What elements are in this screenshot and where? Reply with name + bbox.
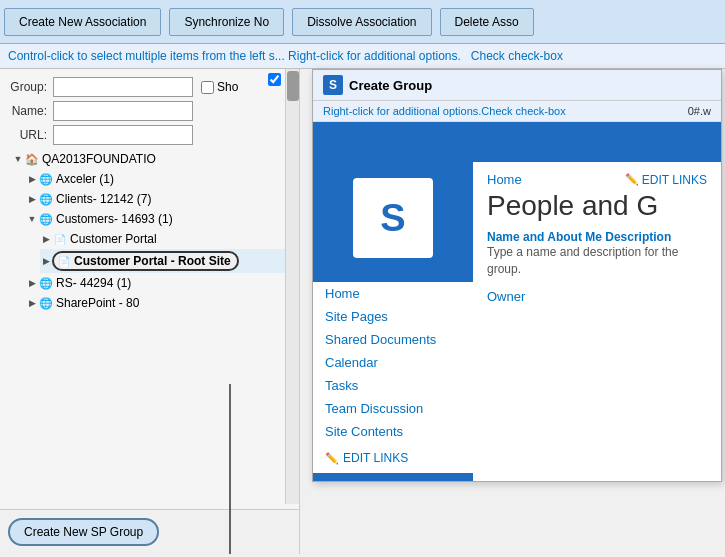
select-all-checkbox[interactable] <box>268 73 281 86</box>
page-top-row: Home ✏️ EDIT LINKS <box>487 172 707 187</box>
page-heading: People and G <box>487 191 707 222</box>
customers-icon: 🌐 <box>38 211 54 227</box>
cp-toggle[interactable]: ▶ <box>40 233 52 245</box>
dialog-content: S Home Site Pages Shared Documents Calen… <box>313 162 721 481</box>
customers-label: Customers- 14693 (1) <box>56 212 173 226</box>
url-field-row: URL: <box>8 125 291 145</box>
edit-links-button[interactable]: ✏️ EDIT LINKS <box>625 173 707 187</box>
create-group-dialog: S Create Group Right-click for additiona… <box>312 69 722 482</box>
rs-row: ▶ 🌐 RS- 44294 (1) <box>12 273 287 293</box>
dialog-title-icon: S <box>323 75 343 95</box>
clients-toggle[interactable]: ▶ <box>26 193 38 205</box>
tree-container: ▼ 🏠 QA2013FOUNDATIO ▶ 🌐 Axceler (1) ▶ <box>8 147 291 315</box>
customer-portal-root-item[interactable]: ▶ 📄 Customer Portal - Root Site <box>40 249 287 273</box>
customers-toggle[interactable]: ▼ <box>26 213 38 225</box>
dialog-info-right: Check check-box <box>481 105 565 117</box>
root-label: QA2013FOUNDATIO <box>42 152 156 166</box>
rs-item[interactable]: ▶ 🌐 RS- 44294 (1) <box>26 273 287 293</box>
name-label: Name: <box>8 104 53 118</box>
root-toggle[interactable]: ▼ <box>12 153 24 165</box>
edit-links-label: EDIT LINKS <box>343 451 408 465</box>
tree-root[interactable]: ▼ 🏠 QA2013FOUNDATIO <box>12 149 287 169</box>
synchronize-button[interactable]: Synchronize No <box>169 8 284 36</box>
dialog-info-left: Right-click for additional options. <box>323 105 481 117</box>
customers-row: ▼ 🌐 Customers- 14693 (1) ▶ 📄 Customer Po… <box>12 209 287 273</box>
owner-label: Owner <box>487 281 707 304</box>
customers-item[interactable]: ▼ 🌐 Customers- 14693 (1) <box>26 209 287 229</box>
axceler-label: Axceler (1) <box>56 172 114 186</box>
selected-item-oval: 📄 Customer Portal - Root Site <box>52 251 239 271</box>
left-panel-content: Group: Sho Name: URL: ▼ 🏠 <box>0 69 299 509</box>
show-label: Sho <box>217 80 238 94</box>
axceler-toggle[interactable]: ▶ <box>26 173 38 185</box>
cpr-icon: 📄 <box>56 253 72 269</box>
dialog-info-bar: Right-click for additional options. Chec… <box>313 101 721 122</box>
dialog-url-suffix: 0#.w <box>688 105 711 117</box>
nav-home[interactable]: Home <box>313 282 473 305</box>
url-label: URL: <box>8 128 53 142</box>
info-bar-right: Check check-box <box>471 49 563 63</box>
sp-label: SharePoint - 80 <box>56 296 139 310</box>
nav-shared-docs[interactable]: Shared Documents <box>313 328 473 351</box>
url-input[interactable] <box>53 125 193 145</box>
dialog-title: Create Group <box>349 78 432 93</box>
col1: Name and About Me Description Type a nam… <box>487 230 707 278</box>
toolbar: Create New Association Synchronize No Di… <box>0 0 725 44</box>
nav-calendar[interactable]: Calendar <box>313 351 473 374</box>
group-input[interactable] <box>53 77 193 97</box>
customer-portal-item[interactable]: ▶ 📄 Customer Portal <box>40 229 287 249</box>
info-bar-text: Control-click to select multiple items f… <box>8 49 461 63</box>
pencil-icon: ✏️ <box>325 452 339 465</box>
dialog-titlebar: S Create Group <box>313 70 721 101</box>
sharepoint-item[interactable]: ▶ 🌐 SharePoint - 80 <box>26 293 287 313</box>
sharepoint-row: ▶ 🌐 SharePoint - 80 <box>12 293 287 313</box>
clients-label: Clients- 12142 (7) <box>56 192 151 206</box>
column-headers: Name and About Me Description Type a nam… <box>487 230 707 278</box>
show-checkbox[interactable] <box>201 81 214 94</box>
cp-icon: 📄 <box>52 231 68 247</box>
pencil-icon2: ✏️ <box>625 173 639 186</box>
customer-portal-row: ▶ 📄 Customer Portal <box>26 229 287 249</box>
scrollbar[interactable] <box>285 69 299 504</box>
info-bar: Control-click to select multiple items f… <box>0 44 725 69</box>
nav-team-discussion[interactable]: Team Discussion <box>313 397 473 420</box>
group-label: Group: <box>8 80 53 94</box>
main-area: Group: Sho Name: URL: ▼ 🏠 <box>0 69 725 554</box>
delete-association-button[interactable]: Delete Asso <box>440 8 534 36</box>
create-new-association-button[interactable]: Create New Association <box>4 8 161 36</box>
sp-tree-icon: 🌐 <box>38 295 54 311</box>
axceler-item[interactable]: ▶ 🌐 Axceler (1) <box>26 169 287 189</box>
dissolve-association-button[interactable]: Dissolve Association <box>292 8 431 36</box>
left-panel-bottom: Create New SP Group <box>0 509 299 554</box>
name-input[interactable] <box>53 101 193 121</box>
sp-logo-container: S <box>313 162 473 274</box>
edit-links-text: EDIT LINKS <box>642 173 707 187</box>
clients-row: ▶ 🌐 Clients- 12142 (7) <box>12 189 287 209</box>
sp-logo-letter: S <box>380 197 405 240</box>
clients-item[interactable]: ▶ 🌐 Clients- 12142 (7) <box>26 189 287 209</box>
left-panel: Group: Sho Name: URL: ▼ 🏠 <box>0 69 300 554</box>
create-sp-group-button[interactable]: Create New SP Group <box>8 518 159 546</box>
select-checkbox-area <box>268 73 281 89</box>
sp-toggle[interactable]: ▶ <box>26 297 38 309</box>
rs-toggle[interactable]: ▶ <box>26 277 38 289</box>
group-field-row: Group: Sho <box>8 77 291 97</box>
col1-desc: Type a name and description for the grou… <box>487 244 707 278</box>
sp-logo: S <box>353 178 433 258</box>
dialog-right: Home ✏️ EDIT LINKS People and G Name and… <box>473 162 721 481</box>
nav-tasks[interactable]: Tasks <box>313 374 473 397</box>
customer-portal-root-row: ▶ 📄 Customer Portal - Root Site <box>26 249 287 273</box>
nav-site-contents[interactable]: Site Contents <box>313 420 473 443</box>
cpr-toggle[interactable]: ▶ <box>40 255 52 267</box>
dialog-sp-letter: S <box>329 78 337 92</box>
home-link[interactable]: Home <box>487 172 522 187</box>
edit-links-nav[interactable]: ✏️ EDIT LINKS <box>313 443 473 473</box>
root-home-icon: 🏠 <box>24 151 40 167</box>
rs-label: RS- 44294 (1) <box>56 276 131 290</box>
axceler-row: ▶ 🌐 Axceler (1) <box>12 169 287 189</box>
nav-site-pages[interactable]: Site Pages <box>313 305 473 328</box>
dialog-header-blue <box>313 122 721 162</box>
show-check: Sho <box>201 80 238 94</box>
cp-label: Customer Portal <box>70 232 157 246</box>
cpr-label: Customer Portal - Root Site <box>74 254 231 268</box>
